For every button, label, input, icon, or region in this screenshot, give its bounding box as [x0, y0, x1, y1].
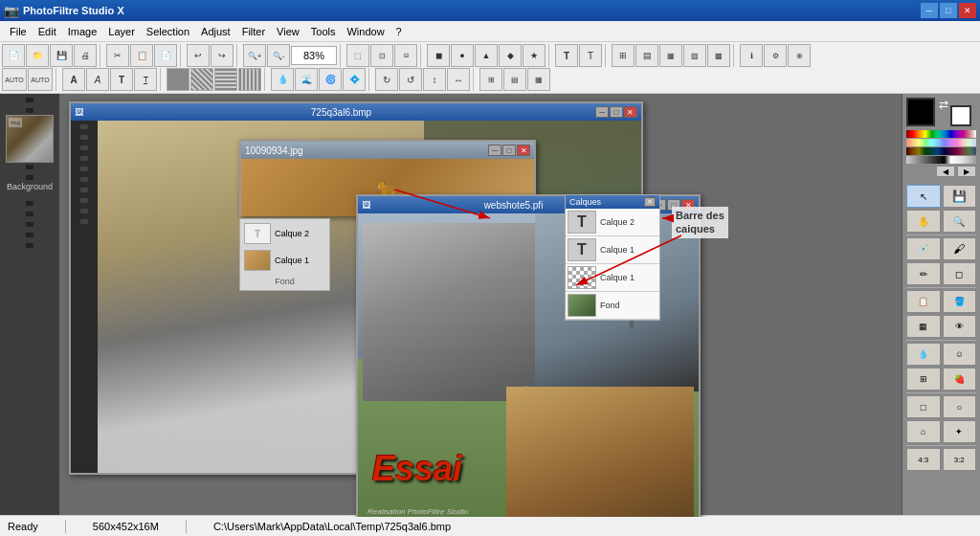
tool-eraser[interactable]: ◻	[943, 262, 977, 285]
menu-window[interactable]: Window	[341, 24, 390, 39]
tb-zoomout[interactable]: 🔍-	[267, 44, 290, 67]
tb2-fx2[interactable]: 🌊	[295, 68, 318, 91]
tb-palette[interactable]: ▤	[635, 44, 658, 67]
tb-sel1[interactable]: ⬚	[346, 44, 369, 67]
tb-text1[interactable]: T	[555, 44, 578, 67]
minimize-button[interactable]: ─	[921, 3, 938, 18]
tb-shape2[interactable]: ●	[451, 44, 474, 67]
menu-edit[interactable]: Edit	[33, 24, 62, 39]
tb-copy[interactable]: 📋	[130, 44, 153, 67]
window-min-main[interactable]: ─	[595, 106, 609, 118]
tool-ratio2[interactable]: 3:2	[943, 448, 977, 471]
tb2-fx3[interactable]: 🌀	[319, 68, 342, 91]
layer-calque1-row[interactable]: Calque 1	[244, 250, 325, 271]
tb-info1[interactable]: ℹ	[740, 44, 763, 67]
tool-drop[interactable]: 💧	[906, 343, 941, 366]
window-max-main[interactable]: □	[610, 106, 623, 118]
window-close-main[interactable]: ✕	[624, 106, 637, 118]
tb-text2[interactable]: T	[579, 44, 602, 67]
tb-save[interactable]: 💾	[50, 44, 73, 67]
tb-grid[interactable]: ⊞	[612, 44, 635, 67]
tool-face[interactable]: ☺	[943, 343, 977, 366]
window-max-jpg[interactable]: □	[502, 145, 516, 156]
layer-item-calque1-img[interactable]: Calque 1	[566, 264, 659, 292]
menu-image[interactable]: Image	[62, 24, 103, 39]
tb2-pat4[interactable]	[238, 68, 261, 91]
tb-shape1[interactable]: ◼	[427, 44, 450, 67]
tb-sel3[interactable]: ⧇	[394, 44, 417, 67]
tb2-auto2[interactable]: AUTO	[28, 68, 53, 91]
tb2-flip1[interactable]: ↕	[423, 68, 446, 91]
tb2-flip2[interactable]: ↔	[447, 68, 470, 91]
tool-ratio1[interactable]: 4:3	[906, 448, 941, 471]
tool-eyedrop[interactable]: 💉	[906, 237, 941, 260]
close-button[interactable]: ✕	[959, 3, 976, 18]
window-close-jpg[interactable]: ✕	[517, 145, 530, 156]
menu-tools[interactable]: Tools	[305, 24, 342, 39]
tb2-view1[interactable]: ⊞	[479, 68, 502, 91]
menu-help[interactable]: ?	[390, 24, 408, 39]
layers-close[interactable]: ✕	[644, 197, 656, 207]
menu-selection[interactable]: Selection	[141, 24, 195, 39]
tb2-fx4[interactable]: 💠	[343, 68, 366, 91]
tool-gradient[interactable]: ▦	[906, 315, 941, 338]
tool-rect-sel[interactable]: □	[906, 395, 941, 418]
tb2-pat3[interactable]	[214, 68, 237, 91]
layer-calque2-row[interactable]: T Calque 2	[244, 223, 325, 244]
zoom-input[interactable]	[291, 46, 337, 65]
tool-ellipse-sel[interactable]: ○	[943, 395, 977, 418]
tb2-auto1[interactable]: AUTO	[2, 68, 27, 91]
tb-filter1[interactable]: ▦	[659, 44, 682, 67]
tb2-rot1[interactable]: ↻	[375, 68, 398, 91]
palette-scroll-left[interactable]: ◀	[936, 166, 955, 177]
menu-file[interactable]: File	[4, 24, 33, 39]
tb-info2[interactable]: ⚙	[764, 44, 787, 67]
layer-item-calque1[interactable]: T Calque 1	[566, 236, 659, 264]
menu-view[interactable]: View	[271, 24, 305, 39]
tb2-t1[interactable]: T	[110, 68, 133, 91]
tb-shape3[interactable]: ▲	[475, 44, 498, 67]
tb-new[interactable]: 📄	[2, 44, 25, 67]
tb-redo[interactable]: ↪	[211, 44, 234, 67]
tool-magic[interactable]: ✦	[943, 420, 977, 443]
tool-hand[interactable]: ✋	[906, 210, 941, 233]
layer-item-calque2[interactable]: T Calque 2	[566, 209, 659, 236]
tb2-t2[interactable]: T̲	[134, 68, 157, 91]
tool-eye[interactable]: 👁	[943, 315, 977, 338]
tb-shape4[interactable]: ◆	[499, 44, 522, 67]
tb-paste[interactable]: 📄	[154, 44, 177, 67]
tb-undo[interactable]: ↩	[187, 44, 210, 67]
palette-scroll-right[interactable]: ▶	[957, 166, 976, 177]
tb-filter2[interactable]: ▧	[683, 44, 706, 67]
tb2-pat2[interactable]	[190, 68, 213, 91]
tb2-a1[interactable]: A	[62, 68, 85, 91]
maximize-button[interactable]: □	[940, 3, 957, 18]
tool-clone[interactable]: 📋	[906, 290, 941, 313]
tool-pencil[interactable]: ✏	[906, 262, 941, 285]
tool-strawberry[interactable]: 🍓	[943, 368, 977, 391]
tool-zoom[interactable]: 🔍	[943, 210, 977, 233]
tb-print[interactable]: 🖨	[74, 44, 97, 67]
tb-shape5[interactable]: ★	[523, 44, 546, 67]
menu-layer[interactable]: Layer	[102, 24, 141, 39]
layer-item-fond[interactable]: Fond	[566, 292, 659, 320]
tb2-pat1[interactable]	[167, 68, 189, 91]
tool-select[interactable]: ↖	[906, 185, 941, 208]
window-min-jpg[interactable]: ─	[488, 145, 501, 156]
tool-fill[interactable]: 🪣	[943, 290, 977, 313]
tool-grid[interactable]: ⊞	[906, 368, 941, 391]
tb-cut[interactable]: ✂	[106, 44, 129, 67]
tb-zoomin[interactable]: 🔍+	[243, 44, 266, 67]
menu-adjust[interactable]: Adjust	[195, 24, 236, 39]
tb-sel2[interactable]: ⊡	[370, 44, 393, 67]
tb-filter3[interactable]: ▩	[707, 44, 730, 67]
tb2-view3[interactable]: ▦	[527, 68, 550, 91]
foreground-color[interactable]	[906, 98, 935, 126]
tool-disk[interactable]: 💾	[943, 185, 977, 208]
tool-brush[interactable]: 🖌	[943, 237, 977, 260]
menu-filter[interactable]: Filter	[236, 24, 271, 39]
swap-colors-icon[interactable]: ⇄	[939, 98, 948, 111]
tool-lasso[interactable]: ⌂	[906, 420, 941, 443]
tb2-a2[interactable]: A	[86, 68, 109, 91]
tb2-rot2[interactable]: ↺	[399, 68, 422, 91]
